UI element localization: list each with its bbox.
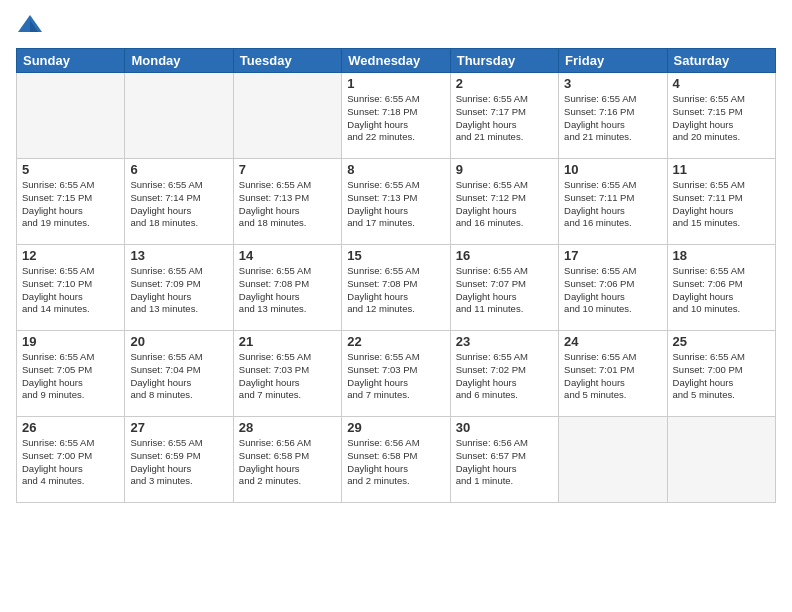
day-info: Sunrise: 6:55 AMSunset: 7:17 PMDaylight …	[456, 93, 553, 144]
day-number: 9	[456, 162, 553, 177]
day-number: 23	[456, 334, 553, 349]
calendar-cell: 26Sunrise: 6:55 AMSunset: 7:00 PMDayligh…	[17, 417, 125, 503]
day-info: Sunrise: 6:55 AMSunset: 7:18 PMDaylight …	[347, 93, 444, 144]
day-number: 12	[22, 248, 119, 263]
day-number: 5	[22, 162, 119, 177]
dow-header: Wednesday	[342, 49, 450, 73]
calendar-cell: 13Sunrise: 6:55 AMSunset: 7:09 PMDayligh…	[125, 245, 233, 331]
calendar-cell	[125, 73, 233, 159]
day-number: 10	[564, 162, 661, 177]
day-number: 16	[456, 248, 553, 263]
day-info: Sunrise: 6:55 AMSunset: 7:07 PMDaylight …	[456, 265, 553, 316]
calendar-cell: 17Sunrise: 6:55 AMSunset: 7:06 PMDayligh…	[559, 245, 667, 331]
calendar-cell: 6Sunrise: 6:55 AMSunset: 7:14 PMDaylight…	[125, 159, 233, 245]
day-number: 18	[673, 248, 770, 263]
day-info: Sunrise: 6:55 AMSunset: 7:11 PMDaylight …	[673, 179, 770, 230]
calendar-cell	[17, 73, 125, 159]
day-info: Sunrise: 6:55 AMSunset: 7:13 PMDaylight …	[347, 179, 444, 230]
day-info: Sunrise: 6:55 AMSunset: 7:11 PMDaylight …	[564, 179, 661, 230]
day-info: Sunrise: 6:55 AMSunset: 7:08 PMDaylight …	[347, 265, 444, 316]
day-info: Sunrise: 6:55 AMSunset: 7:14 PMDaylight …	[130, 179, 227, 230]
calendar-cell	[667, 417, 775, 503]
logo-icon	[16, 12, 44, 40]
day-info: Sunrise: 6:55 AMSunset: 7:01 PMDaylight …	[564, 351, 661, 402]
day-info: Sunrise: 6:55 AMSunset: 7:06 PMDaylight …	[564, 265, 661, 316]
day-number: 19	[22, 334, 119, 349]
day-number: 1	[347, 76, 444, 91]
day-info: Sunrise: 6:56 AMSunset: 6:58 PMDaylight …	[347, 437, 444, 488]
calendar-cell	[559, 417, 667, 503]
day-info: Sunrise: 6:55 AMSunset: 7:05 PMDaylight …	[22, 351, 119, 402]
calendar-cell: 29Sunrise: 6:56 AMSunset: 6:58 PMDayligh…	[342, 417, 450, 503]
day-info: Sunrise: 6:55 AMSunset: 6:59 PMDaylight …	[130, 437, 227, 488]
day-number: 24	[564, 334, 661, 349]
calendar-cell: 9Sunrise: 6:55 AMSunset: 7:12 PMDaylight…	[450, 159, 558, 245]
calendar-cell: 23Sunrise: 6:55 AMSunset: 7:02 PMDayligh…	[450, 331, 558, 417]
day-number: 29	[347, 420, 444, 435]
calendar-cell: 2Sunrise: 6:55 AMSunset: 7:17 PMDaylight…	[450, 73, 558, 159]
page: SundayMondayTuesdayWednesdayThursdayFrid…	[0, 0, 792, 612]
day-info: Sunrise: 6:55 AMSunset: 7:15 PMDaylight …	[22, 179, 119, 230]
calendar-cell: 12Sunrise: 6:55 AMSunset: 7:10 PMDayligh…	[17, 245, 125, 331]
day-number: 15	[347, 248, 444, 263]
calendar-cell: 3Sunrise: 6:55 AMSunset: 7:16 PMDaylight…	[559, 73, 667, 159]
day-info: Sunrise: 6:55 AMSunset: 7:09 PMDaylight …	[130, 265, 227, 316]
day-number: 22	[347, 334, 444, 349]
day-info: Sunrise: 6:56 AMSunset: 6:58 PMDaylight …	[239, 437, 336, 488]
days-of-week-row: SundayMondayTuesdayWednesdayThursdayFrid…	[17, 49, 776, 73]
calendar-cell: 18Sunrise: 6:55 AMSunset: 7:06 PMDayligh…	[667, 245, 775, 331]
calendar: SundayMondayTuesdayWednesdayThursdayFrid…	[16, 48, 776, 503]
calendar-cell: 27Sunrise: 6:55 AMSunset: 6:59 PMDayligh…	[125, 417, 233, 503]
calendar-cell: 14Sunrise: 6:55 AMSunset: 7:08 PMDayligh…	[233, 245, 341, 331]
day-number: 6	[130, 162, 227, 177]
calendar-body: 1Sunrise: 6:55 AMSunset: 7:18 PMDaylight…	[17, 73, 776, 503]
day-number: 28	[239, 420, 336, 435]
dow-header: Tuesday	[233, 49, 341, 73]
day-info: Sunrise: 6:55 AMSunset: 7:15 PMDaylight …	[673, 93, 770, 144]
header	[16, 12, 776, 40]
calendar-cell: 22Sunrise: 6:55 AMSunset: 7:03 PMDayligh…	[342, 331, 450, 417]
calendar-cell: 30Sunrise: 6:56 AMSunset: 6:57 PMDayligh…	[450, 417, 558, 503]
day-number: 13	[130, 248, 227, 263]
day-info: Sunrise: 6:55 AMSunset: 7:04 PMDaylight …	[130, 351, 227, 402]
day-info: Sunrise: 6:55 AMSunset: 7:13 PMDaylight …	[239, 179, 336, 230]
day-info: Sunrise: 6:55 AMSunset: 7:06 PMDaylight …	[673, 265, 770, 316]
week-row: 26Sunrise: 6:55 AMSunset: 7:00 PMDayligh…	[17, 417, 776, 503]
calendar-cell: 1Sunrise: 6:55 AMSunset: 7:18 PMDaylight…	[342, 73, 450, 159]
day-number: 8	[347, 162, 444, 177]
day-number: 30	[456, 420, 553, 435]
dow-header: Monday	[125, 49, 233, 73]
day-info: Sunrise: 6:55 AMSunset: 7:02 PMDaylight …	[456, 351, 553, 402]
day-number: 26	[22, 420, 119, 435]
day-info: Sunrise: 6:55 AMSunset: 7:00 PMDaylight …	[22, 437, 119, 488]
dow-header: Thursday	[450, 49, 558, 73]
day-number: 25	[673, 334, 770, 349]
calendar-cell: 16Sunrise: 6:55 AMSunset: 7:07 PMDayligh…	[450, 245, 558, 331]
calendar-cell: 28Sunrise: 6:56 AMSunset: 6:58 PMDayligh…	[233, 417, 341, 503]
day-number: 7	[239, 162, 336, 177]
calendar-cell: 24Sunrise: 6:55 AMSunset: 7:01 PMDayligh…	[559, 331, 667, 417]
day-info: Sunrise: 6:55 AMSunset: 7:12 PMDaylight …	[456, 179, 553, 230]
dow-header: Sunday	[17, 49, 125, 73]
day-number: 11	[673, 162, 770, 177]
day-info: Sunrise: 6:55 AMSunset: 7:08 PMDaylight …	[239, 265, 336, 316]
day-number: 21	[239, 334, 336, 349]
logo	[16, 12, 48, 40]
calendar-cell: 21Sunrise: 6:55 AMSunset: 7:03 PMDayligh…	[233, 331, 341, 417]
week-row: 12Sunrise: 6:55 AMSunset: 7:10 PMDayligh…	[17, 245, 776, 331]
day-info: Sunrise: 6:55 AMSunset: 7:00 PMDaylight …	[673, 351, 770, 402]
calendar-cell: 20Sunrise: 6:55 AMSunset: 7:04 PMDayligh…	[125, 331, 233, 417]
calendar-cell: 11Sunrise: 6:55 AMSunset: 7:11 PMDayligh…	[667, 159, 775, 245]
calendar-cell: 19Sunrise: 6:55 AMSunset: 7:05 PMDayligh…	[17, 331, 125, 417]
calendar-cell: 5Sunrise: 6:55 AMSunset: 7:15 PMDaylight…	[17, 159, 125, 245]
day-number: 27	[130, 420, 227, 435]
day-number: 14	[239, 248, 336, 263]
day-number: 2	[456, 76, 553, 91]
day-info: Sunrise: 6:55 AMSunset: 7:16 PMDaylight …	[564, 93, 661, 144]
calendar-cell: 15Sunrise: 6:55 AMSunset: 7:08 PMDayligh…	[342, 245, 450, 331]
week-row: 1Sunrise: 6:55 AMSunset: 7:18 PMDaylight…	[17, 73, 776, 159]
calendar-cell: 10Sunrise: 6:55 AMSunset: 7:11 PMDayligh…	[559, 159, 667, 245]
day-info: Sunrise: 6:56 AMSunset: 6:57 PMDaylight …	[456, 437, 553, 488]
day-number: 3	[564, 76, 661, 91]
day-number: 4	[673, 76, 770, 91]
